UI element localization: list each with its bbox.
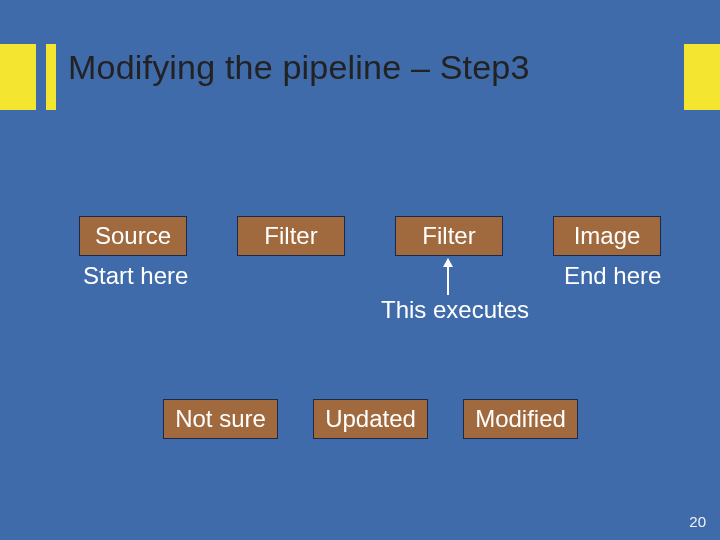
status-updated: Updated xyxy=(313,399,428,439)
title-accent-left xyxy=(0,44,36,110)
label-this-executes: This executes xyxy=(381,296,529,324)
node-filter-1: Filter xyxy=(237,216,345,256)
slide-title: Modifying the pipeline – Step3 xyxy=(68,48,530,87)
title-accent-gap xyxy=(36,44,46,110)
arrow-executes-to-filter2 xyxy=(447,259,449,295)
node-source: Source xyxy=(79,216,187,256)
status-modified: Modified xyxy=(463,399,578,439)
node-filter-2: Filter xyxy=(395,216,503,256)
status-not-sure: Not sure xyxy=(163,399,278,439)
label-start-here: Start here xyxy=(83,262,188,290)
page-number: 20 xyxy=(689,513,706,530)
title-accent-inner xyxy=(46,44,56,110)
arrow-head-up-icon xyxy=(443,258,453,267)
title-accent-right xyxy=(684,44,720,110)
label-end-here: End here xyxy=(564,262,661,290)
node-image: Image xyxy=(553,216,661,256)
